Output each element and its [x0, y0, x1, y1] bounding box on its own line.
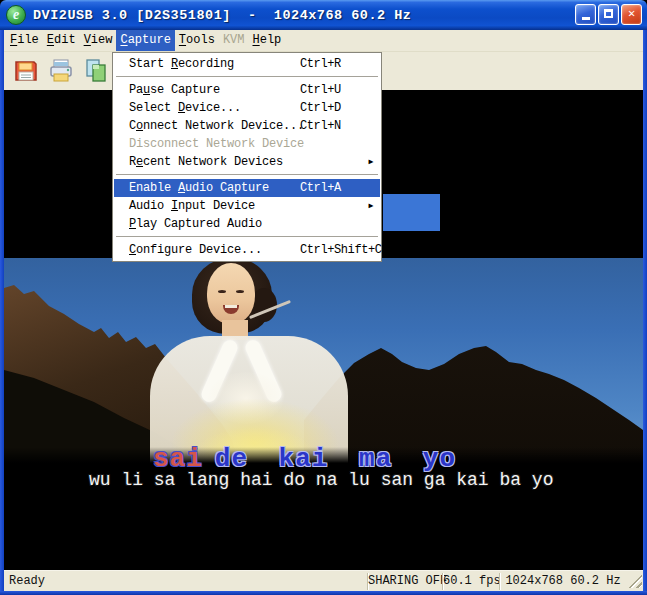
save-button[interactable]	[12, 56, 40, 86]
printer-icon	[48, 58, 74, 84]
status-cell-2: 1024x768 60.2 Hz	[499, 573, 626, 590]
capture-menu-popup: Start RecordingCtrl+RPause CaptureCtrl+U…	[112, 52, 382, 262]
menu-item-play-captured-audio[interactable]: Play Captured Audio	[114, 215, 380, 233]
menu-item-connect-network-device[interactable]: Connect Network Device...Ctrl+N	[114, 117, 380, 135]
window-border-bottom	[0, 591, 647, 595]
menu-separator	[115, 233, 379, 241]
menu-item-recent-network-devices[interactable]: Recent Network Devices▶	[114, 153, 380, 171]
copy-documents-icon	[83, 58, 109, 84]
status-ready-text: Ready	[4, 574, 367, 588]
print-button[interactable]	[47, 56, 75, 86]
app-window: e DVI2USB 3.0 [D2S351801] - 1024x768 60.…	[0, 0, 647, 595]
eye	[218, 290, 226, 293]
menubar-item-help[interactable]: Help	[248, 30, 285, 51]
karaoke-line-current: saide kai ma yo	[153, 446, 456, 472]
status-cells: SHARING OFF60.1 fps1024x768 60.2 Hz	[367, 573, 626, 590]
minimize-button[interactable]	[575, 4, 596, 25]
maximize-button[interactable]	[598, 4, 619, 25]
menubar-item-view[interactable]: View	[80, 30, 117, 51]
floppy-disk-icon	[13, 58, 39, 84]
menubar-item-capture[interactable]: Capture	[116, 30, 174, 51]
menu-item-disconnect-network-device: Disconnect Network Device	[114, 135, 380, 153]
mouth	[223, 305, 239, 314]
statusbar: Ready SHARING OFF60.1 fps1024x768 60.2 H…	[4, 570, 643, 591]
menu-separator	[115, 171, 379, 179]
singer-figure	[4, 258, 643, 463]
eye	[236, 290, 244, 293]
window-title: DVI2USB 3.0 [D2S351801] - 1024x768 60.2 …	[33, 8, 411, 23]
window-border-left	[0, 30, 4, 591]
resize-grip-icon[interactable]	[628, 574, 642, 588]
video-frame	[4, 258, 643, 463]
repaint-artifact	[383, 194, 440, 231]
menubar-item-kvm: KVM	[219, 30, 249, 51]
copy-button[interactable]	[82, 56, 110, 86]
titlebar: e DVI2USB 3.0 [D2S351801] - 1024x768 60.…	[0, 0, 647, 30]
teeth	[225, 305, 237, 308]
menubar-item-file[interactable]: File	[6, 30, 43, 51]
menu-item-start-recording[interactable]: Start RecordingCtrl+R	[114, 55, 380, 73]
face	[207, 263, 255, 324]
status-cell-1: 60.1 fps	[442, 573, 499, 590]
maximize-icon	[604, 9, 613, 18]
close-button[interactable]: ✕	[621, 4, 642, 25]
window-border-right	[643, 30, 647, 591]
minimize-icon	[582, 17, 590, 20]
karaoke-line-next: wu li sa lang hai do na lu san ga kai ba…	[89, 471, 553, 491]
menu-item-pause-capture[interactable]: Pause CaptureCtrl+U	[114, 81, 380, 99]
menubar: FileEditViewCaptureToolsKVMHelp	[4, 30, 643, 52]
window-controls: ✕	[575, 4, 642, 25]
menu-item-audio-input-device[interactable]: Audio Input Device▶	[114, 197, 380, 215]
status-cell-0: SHARING OFF	[367, 573, 442, 590]
menubar-item-tools[interactable]: Tools	[175, 30, 219, 51]
close-icon: ✕	[628, 7, 635, 21]
epiphan-logo-icon: e	[6, 5, 26, 25]
menubar-item-edit[interactable]: Edit	[43, 30, 80, 51]
menu-item-select-device[interactable]: Select Device...Ctrl+D	[114, 99, 380, 117]
menu-item-configure-device[interactable]: Configure Device...Ctrl+Shift+C	[114, 241, 380, 259]
menu-item-enable-audio-capture[interactable]: Enable Audio CaptureCtrl+A	[114, 179, 380, 197]
menu-separator	[115, 73, 379, 81]
